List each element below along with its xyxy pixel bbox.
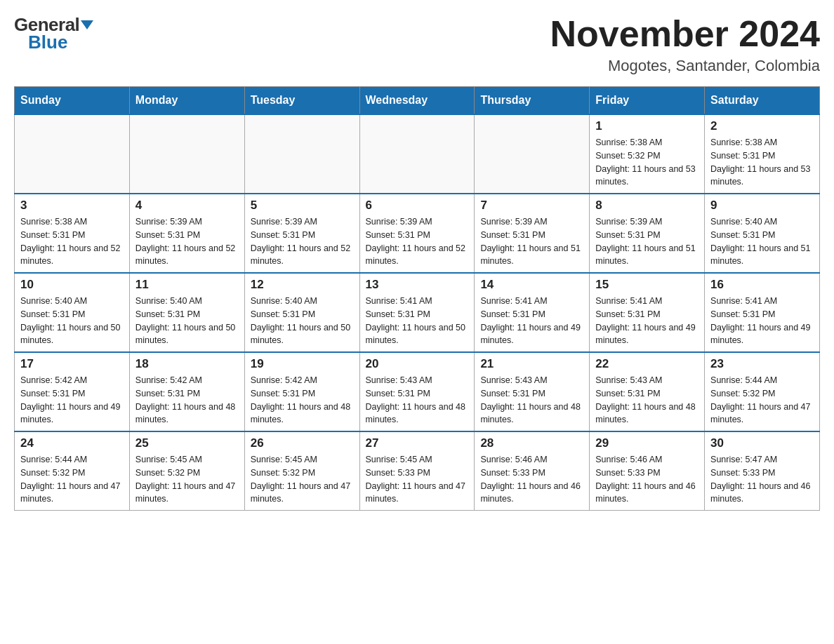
day-info: Sunrise: 5:40 AMSunset: 5:31 PMDaylight:…: [710, 215, 814, 268]
day-number: 30: [710, 436, 814, 450]
day-number: 13: [366, 278, 469, 292]
day-info: Sunrise: 5:38 AMSunset: 5:31 PMDaylight:…: [710, 136, 814, 189]
calendar-cell: 7Sunrise: 5:39 AMSunset: 5:31 PMDaylight…: [475, 194, 590, 273]
logo-blue-text: Blue: [28, 32, 67, 53]
day-number: 1: [595, 119, 699, 133]
day-info: Sunrise: 5:41 AMSunset: 5:31 PMDaylight:…: [480, 295, 583, 347]
calendar-cell: 15Sunrise: 5:41 AMSunset: 5:31 PMDayligh…: [590, 273, 705, 352]
week-row: 10Sunrise: 5:40 AMSunset: 5:31 PMDayligh…: [15, 273, 820, 352]
day-number: 16: [710, 278, 814, 292]
day-info: Sunrise: 5:41 AMSunset: 5:31 PMDaylight:…: [710, 295, 814, 347]
week-row: 3Sunrise: 5:38 AMSunset: 5:31 PMDaylight…: [15, 194, 820, 273]
logo: General Blue: [14, 14, 93, 53]
day-number: 6: [366, 199, 469, 213]
calendar-cell: 30Sunrise: 5:47 AMSunset: 5:33 PMDayligh…: [705, 431, 820, 511]
day-number: 9: [710, 199, 814, 213]
calendar-cell: 13Sunrise: 5:41 AMSunset: 5:31 PMDayligh…: [359, 273, 475, 352]
day-number: 14: [480, 278, 583, 292]
day-number: 28: [480, 436, 583, 450]
calendar-title: November 2024: [550, 14, 820, 54]
calendar-cell: 4Sunrise: 5:39 AMSunset: 5:31 PMDaylight…: [129, 194, 244, 273]
title-block: November 2024 Mogotes, Santander, Colomb…: [550, 14, 820, 75]
calendar-cell: 23Sunrise: 5:44 AMSunset: 5:32 PMDayligh…: [705, 352, 820, 431]
day-number: 12: [251, 278, 354, 292]
calendar-cell: 12Sunrise: 5:40 AMSunset: 5:31 PMDayligh…: [244, 273, 359, 352]
day-info: Sunrise: 5:47 AMSunset: 5:33 PMDaylight:…: [710, 453, 814, 506]
day-of-week-header: Monday: [129, 87, 244, 115]
day-number: 3: [20, 199, 124, 213]
calendar-cell: [359, 114, 475, 194]
day-number: 10: [20, 278, 124, 292]
day-info: Sunrise: 5:45 AMSunset: 5:32 PMDaylight:…: [251, 453, 354, 506]
calendar-cell: 5Sunrise: 5:39 AMSunset: 5:31 PMDaylight…: [244, 194, 359, 273]
day-info: Sunrise: 5:45 AMSunset: 5:33 PMDaylight:…: [366, 453, 469, 506]
calendar-cell: 17Sunrise: 5:42 AMSunset: 5:31 PMDayligh…: [15, 352, 130, 431]
calendar-cell: [15, 114, 130, 194]
calendar-cell: 27Sunrise: 5:45 AMSunset: 5:33 PMDayligh…: [359, 431, 475, 511]
calendar-cell: 9Sunrise: 5:40 AMSunset: 5:31 PMDaylight…: [705, 194, 820, 273]
calendar-cell: 10Sunrise: 5:40 AMSunset: 5:31 PMDayligh…: [15, 273, 130, 352]
day-number: 18: [135, 357, 239, 371]
day-number: 29: [595, 436, 699, 450]
day-number: 26: [251, 436, 354, 450]
calendar-cell: [244, 114, 359, 194]
day-of-week-header: Saturday: [705, 87, 820, 115]
week-row: 24Sunrise: 5:44 AMSunset: 5:32 PMDayligh…: [15, 431, 820, 511]
day-info: Sunrise: 5:44 AMSunset: 5:32 PMDaylight:…: [20, 453, 124, 506]
day-number: 23: [710, 357, 814, 371]
calendar-cell: 18Sunrise: 5:42 AMSunset: 5:31 PMDayligh…: [129, 352, 244, 431]
day-info: Sunrise: 5:40 AMSunset: 5:31 PMDaylight:…: [20, 295, 124, 347]
calendar-cell: 16Sunrise: 5:41 AMSunset: 5:31 PMDayligh…: [705, 273, 820, 352]
calendar-cell: 14Sunrise: 5:41 AMSunset: 5:31 PMDayligh…: [475, 273, 590, 352]
calendar-cell: 25Sunrise: 5:45 AMSunset: 5:32 PMDayligh…: [129, 431, 244, 511]
calendar-cell: 28Sunrise: 5:46 AMSunset: 5:33 PMDayligh…: [475, 431, 590, 511]
day-info: Sunrise: 5:44 AMSunset: 5:32 PMDaylight:…: [710, 374, 814, 427]
week-row: 17Sunrise: 5:42 AMSunset: 5:31 PMDayligh…: [15, 352, 820, 431]
day-info: Sunrise: 5:40 AMSunset: 5:31 PMDaylight:…: [135, 295, 239, 347]
day-info: Sunrise: 5:43 AMSunset: 5:31 PMDaylight:…: [366, 374, 469, 427]
day-info: Sunrise: 5:39 AMSunset: 5:31 PMDaylight:…: [480, 215, 583, 268]
day-number: 4: [135, 199, 239, 213]
calendar-cell: 26Sunrise: 5:45 AMSunset: 5:32 PMDayligh…: [244, 431, 359, 511]
calendar-cell: 6Sunrise: 5:39 AMSunset: 5:31 PMDaylight…: [359, 194, 475, 273]
day-number: 15: [595, 278, 699, 292]
day-number: 24: [20, 436, 124, 450]
day-info: Sunrise: 5:45 AMSunset: 5:32 PMDaylight:…: [135, 453, 239, 506]
day-info: Sunrise: 5:39 AMSunset: 5:31 PMDaylight:…: [251, 215, 354, 268]
calendar-cell: 8Sunrise: 5:39 AMSunset: 5:31 PMDaylight…: [590, 194, 705, 273]
day-info: Sunrise: 5:46 AMSunset: 5:33 PMDaylight:…: [595, 453, 699, 506]
week-row: 1Sunrise: 5:38 AMSunset: 5:32 PMDaylight…: [15, 114, 820, 194]
day-info: Sunrise: 5:42 AMSunset: 5:31 PMDaylight:…: [135, 374, 239, 427]
day-info: Sunrise: 5:46 AMSunset: 5:33 PMDaylight:…: [480, 453, 583, 506]
day-info: Sunrise: 5:38 AMSunset: 5:31 PMDaylight:…: [20, 215, 124, 268]
calendar-cell: [129, 114, 244, 194]
calendar-cell: 3Sunrise: 5:38 AMSunset: 5:31 PMDaylight…: [15, 194, 130, 273]
calendar-cell: 2Sunrise: 5:38 AMSunset: 5:31 PMDaylight…: [705, 114, 820, 194]
calendar-cell: 20Sunrise: 5:43 AMSunset: 5:31 PMDayligh…: [359, 352, 475, 431]
day-info: Sunrise: 5:41 AMSunset: 5:31 PMDaylight:…: [366, 295, 469, 347]
calendar-cell: 22Sunrise: 5:43 AMSunset: 5:31 PMDayligh…: [590, 352, 705, 431]
day-info: Sunrise: 5:43 AMSunset: 5:31 PMDaylight:…: [595, 374, 699, 427]
day-info: Sunrise: 5:39 AMSunset: 5:31 PMDaylight:…: [366, 215, 469, 268]
calendar-cell: 1Sunrise: 5:38 AMSunset: 5:32 PMDaylight…: [590, 114, 705, 194]
calendar-table: SundayMondayTuesdayWednesdayThursdayFrid…: [14, 86, 820, 511]
day-number: 7: [480, 199, 583, 213]
day-info: Sunrise: 5:38 AMSunset: 5:32 PMDaylight:…: [595, 136, 699, 189]
calendar-cell: 11Sunrise: 5:40 AMSunset: 5:31 PMDayligh…: [129, 273, 244, 352]
calendar-subtitle: Mogotes, Santander, Colombia: [550, 57, 820, 75]
day-info: Sunrise: 5:42 AMSunset: 5:31 PMDaylight:…: [251, 374, 354, 427]
day-number: 27: [366, 436, 469, 450]
day-info: Sunrise: 5:40 AMSunset: 5:31 PMDaylight:…: [251, 295, 354, 347]
calendar-cell: 29Sunrise: 5:46 AMSunset: 5:33 PMDayligh…: [590, 431, 705, 511]
day-info: Sunrise: 5:42 AMSunset: 5:31 PMDaylight:…: [20, 374, 124, 427]
day-number: 20: [366, 357, 469, 371]
logo-triangle-icon: [81, 20, 93, 29]
day-info: Sunrise: 5:39 AMSunset: 5:31 PMDaylight:…: [135, 215, 239, 268]
day-number: 19: [251, 357, 354, 371]
day-of-week-header: Sunday: [15, 87, 130, 115]
day-of-week-header: Wednesday: [359, 87, 475, 115]
day-number: 8: [595, 199, 699, 213]
day-of-week-header: Thursday: [475, 87, 590, 115]
calendar-header-row: SundayMondayTuesdayWednesdayThursdayFrid…: [15, 87, 820, 115]
calendar-cell: [475, 114, 590, 194]
